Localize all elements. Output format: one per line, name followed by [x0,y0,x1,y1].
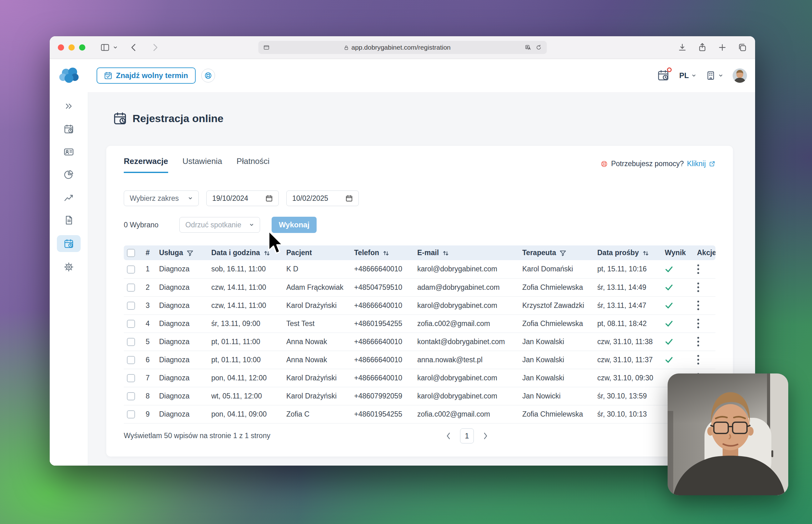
table-row[interactable]: 4 Diagnoza śr, 13.11, 09:00 Test Test +4… [124,314,715,332]
cell-email: zofia.c002@gmail.com [414,405,519,423]
sort-icon[interactable] [442,249,449,257]
cell-email: karol@dobrygabinet.com [414,296,519,314]
translate-icon[interactable] [525,44,531,51]
row-checkbox[interactable] [127,338,135,346]
row-checkbox[interactable] [127,320,135,328]
minimize-window-button[interactable] [68,44,75,51]
sidebar-item-statistics[interactable] [57,167,81,182]
row-checkbox[interactable] [127,410,135,419]
sidebar-item-documents[interactable] [57,212,81,228]
help-button[interactable] [201,69,215,82]
zoom-window-button[interactable] [79,44,85,51]
row-actions-button[interactable] [697,337,700,347]
row-checkbox[interactable] [127,356,135,364]
tab-overview-icon[interactable] [738,43,747,52]
filter-icon[interactable] [559,249,567,257]
sidebar-item-registration[interactable] [57,235,81,252]
tab-platnosci[interactable]: Płatności [237,157,270,173]
row-actions-button[interactable] [697,282,700,292]
sort-icon[interactable] [382,249,390,257]
find-free-slot-label: Znajdź wolny termin [116,71,188,80]
table-row[interactable]: 3 Diagnoza czw, 14.11, 11:00 Karol Draży… [124,296,715,314]
chevron-down-icon [188,196,193,201]
find-free-slot-button[interactable]: Znajdź wolny termin [97,67,196,84]
calendar-clock-icon [64,239,74,249]
row-actions-button[interactable] [697,300,700,310]
cell-service: Diagnoza [156,369,208,387]
row-actions-button[interactable] [697,264,700,274]
table-row[interactable]: 8 Diagnoza wt, 05.11, 12:00 Karol Drażyń… [124,387,715,405]
row-actions-button[interactable] [697,318,700,328]
date-to-input[interactable]: 10/02/2025 [286,191,359,206]
browser-window: app.dobrygabinet.com/registration [50,36,755,465]
url-text: app.dobrygabinet.com/registration [351,44,451,51]
tab-rezerwacje[interactable]: Rezerwacje [124,157,168,173]
sidebar-item-settings[interactable] [57,259,81,275]
back-icon[interactable] [129,43,139,52]
cell-datetime: pt, 01.11, 10:00 [208,351,283,369]
table-row[interactable]: 5 Diagnoza pt, 01.11, 11:00 Anna Nowak +… [124,332,715,351]
external-link-icon [709,161,715,167]
col-datetime: Data i godzina [211,249,260,257]
sort-icon[interactable] [642,249,650,257]
notifications-calendar-button[interactable] [657,69,670,82]
tab-ustawienia[interactable]: Ustawienia [182,157,222,173]
result-check-icon [665,338,673,346]
language-selector[interactable]: PL [679,71,696,80]
new-tab-icon[interactable] [718,43,727,52]
sidebar-expand-button[interactable] [57,98,81,114]
row-checkbox[interactable] [127,265,135,274]
col-email: E-mail [417,249,439,257]
app-logo[interactable] [58,67,82,85]
page-number-button[interactable]: 1 [460,428,474,443]
cell-request-date: pt, 15.11, 10:16 [594,260,662,278]
calendar-clock-icon [113,112,127,125]
date-from-input[interactable]: 19/10/2024 [206,191,279,206]
sidebar-item-reports[interactable] [57,190,81,205]
calendar-icon [104,71,112,80]
sidebar-item-patients[interactable] [57,144,81,160]
row-actions-button[interactable] [697,355,700,365]
selected-count: 0 Wybrano [124,221,179,229]
cell-therapist: Jan Kowalski [519,351,594,369]
cell-datetime: czw, 14.11, 11:00 [208,296,283,314]
filter-icon[interactable] [186,249,194,257]
reload-icon[interactable] [536,44,542,51]
cell-datetime: pon, 04.11, 12:00 [208,369,283,387]
user-avatar[interactable] [733,68,747,83]
bulk-action-select[interactable]: Odrzuć spotkanie [179,217,260,233]
downloads-icon[interactable] [678,43,687,52]
notification-badge [667,67,672,72]
table-row[interactable]: 6 Diagnoza pt, 01.11, 10:00 Anna Nowak +… [124,351,715,369]
row-checkbox[interactable] [127,283,135,292]
page-settings-icon[interactable] [263,44,269,51]
row-checkbox[interactable] [127,392,135,400]
app-sidebar [50,92,88,465]
cell-therapist: Jan Nowicki [519,387,594,405]
prev-page-icon[interactable] [446,431,451,440]
help-text: Potrzebujesz pomocy? [611,160,684,168]
row-checkbox[interactable] [127,374,135,382]
address-bar[interactable]: app.dobrygabinet.com/registration [258,41,547,54]
table-row[interactable]: 9 Diagnoza pon, 04.11, 09:00 Zofia C +48… [124,405,715,423]
table-row[interactable]: 7 Diagnoza pon, 04.11, 12:00 Karol Draży… [124,369,715,387]
select-all-checkbox[interactable] [127,249,135,257]
sidebar-toggle-icon[interactable] [100,43,110,52]
trend-chart-icon [64,192,74,202]
table-row[interactable]: 2 Diagnoza czw, 14.11, 11:00 Adam Frącko… [124,278,715,296]
cell-service: Diagnoza [156,387,208,405]
share-icon[interactable] [698,43,707,52]
modules-selector[interactable] [706,70,723,81]
help-link[interactable]: Potrzebujesz pomocy? Kliknij [601,160,715,168]
table-row[interactable]: 1 Diagnoza sob, 16.11, 11:00 K D +486666… [124,260,715,278]
forward-icon[interactable] [150,43,160,52]
close-window-button[interactable] [58,44,64,51]
sidebar-item-online-booking[interactable] [57,121,81,137]
chevron-down-icon[interactable] [113,45,118,50]
next-page-icon[interactable] [482,431,488,440]
contact-card-icon [64,147,74,157]
row-number: 7 [143,369,156,387]
cell-patient: Karol Drażyński [283,369,351,387]
row-checkbox[interactable] [127,302,135,310]
range-select[interactable]: Wybierz zakres [124,191,199,206]
